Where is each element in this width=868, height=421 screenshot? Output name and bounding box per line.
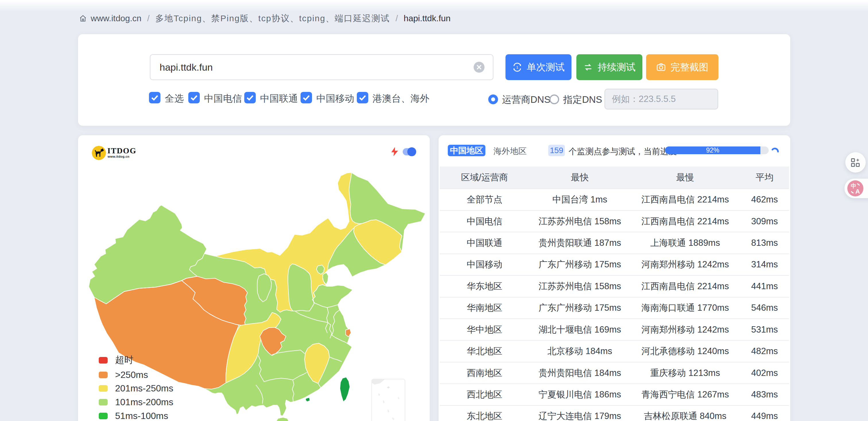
- svg-text:1: 1: [516, 65, 518, 69]
- svg-text:A: A: [856, 188, 860, 195]
